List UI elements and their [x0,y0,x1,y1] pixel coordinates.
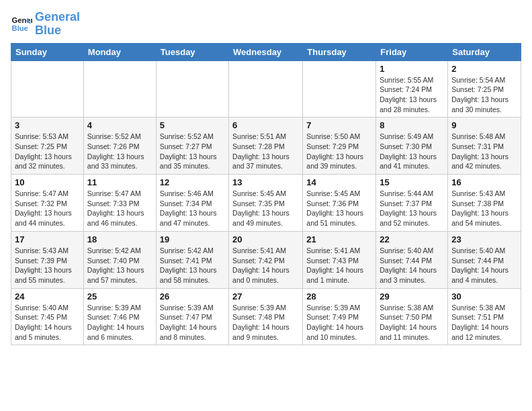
day-number: 4 [87,120,152,130]
day-info: Sunrise: 5:46 AM Sunset: 7:34 PM Dayligh… [160,189,225,228]
day-number: 7 [306,120,372,130]
day-info: Sunrise: 5:39 AM Sunset: 7:47 PM Dayligh… [160,303,225,342]
weekday-header-row: SundayMondayTuesdayWednesdayThursdayFrid… [11,43,521,60]
calendar-cell: 23Sunrise: 5:40 AM Sunset: 7:44 PM Dayli… [448,231,521,288]
day-number: 9 [451,120,517,130]
weekday-header-saturday: Saturday [448,43,521,60]
calendar-cell: 27Sunrise: 5:39 AM Sunset: 7:48 PM Dayli… [229,288,303,345]
day-number: 11 [87,177,152,187]
day-info: Sunrise: 5:48 AM Sunset: 7:31 PM Dayligh… [451,132,517,171]
day-number: 18 [87,234,152,244]
calendar: SundayMondayTuesdayWednesdayThursdayFrid… [11,43,521,346]
week-row-3: 10Sunrise: 5:47 AM Sunset: 7:32 PM Dayli… [11,175,521,232]
calendar-cell: 17Sunrise: 5:43 AM Sunset: 7:39 PM Dayli… [11,231,84,288]
day-info: Sunrise: 5:45 AM Sunset: 7:35 PM Dayligh… [232,189,299,228]
day-number: 25 [87,291,152,302]
calendar-cell: 24Sunrise: 5:40 AM Sunset: 7:45 PM Dayli… [11,288,84,345]
calendar-cell: 2Sunrise: 5:54 AM Sunset: 7:25 PM Daylig… [448,60,521,118]
day-number: 1 [380,64,444,74]
day-number: 21 [306,234,372,244]
day-info: Sunrise: 5:43 AM Sunset: 7:39 PM Dayligh… [15,246,80,285]
day-info: Sunrise: 5:42 AM Sunset: 7:40 PM Dayligh… [87,246,152,285]
calendar-cell [229,60,303,118]
calendar-cell: 18Sunrise: 5:42 AM Sunset: 7:40 PM Dayli… [83,231,156,288]
calendar-cell: 5Sunrise: 5:52 AM Sunset: 7:27 PM Daylig… [156,118,228,175]
day-number: 6 [232,120,299,130]
day-number: 13 [232,177,299,187]
day-info: Sunrise: 5:52 AM Sunset: 7:26 PM Dayligh… [87,132,152,171]
calendar-cell: 9Sunrise: 5:48 AM Sunset: 7:31 PM Daylig… [448,118,521,175]
day-number: 30 [451,291,517,302]
calendar-cell: 25Sunrise: 5:39 AM Sunset: 7:46 PM Dayli… [83,288,156,345]
day-number: 2 [451,64,517,74]
day-number: 10 [15,177,80,187]
day-number: 29 [380,291,444,302]
day-info: Sunrise: 5:50 AM Sunset: 7:29 PM Dayligh… [306,132,372,171]
svg-text:General: General [12,16,32,24]
logo: General Blue GeneralBlue [11,11,80,38]
calendar-cell: 14Sunrise: 5:45 AM Sunset: 7:36 PM Dayli… [303,175,376,232]
calendar-cell: 20Sunrise: 5:41 AM Sunset: 7:42 PM Dayli… [229,231,303,288]
calendar-cell: 28Sunrise: 5:39 AM Sunset: 7:49 PM Dayli… [303,288,376,345]
day-info: Sunrise: 5:39 AM Sunset: 7:46 PM Dayligh… [87,303,152,342]
day-info: Sunrise: 5:45 AM Sunset: 7:36 PM Dayligh… [306,189,372,228]
weekday-header-monday: Monday [83,43,156,60]
day-info: Sunrise: 5:52 AM Sunset: 7:27 PM Dayligh… [160,132,225,171]
calendar-cell: 3Sunrise: 5:53 AM Sunset: 7:25 PM Daylig… [11,118,84,175]
calendar-cell: 15Sunrise: 5:44 AM Sunset: 7:37 PM Dayli… [376,175,448,232]
calendar-cell: 21Sunrise: 5:41 AM Sunset: 7:43 PM Dayli… [303,231,376,288]
day-info: Sunrise: 5:47 AM Sunset: 7:32 PM Dayligh… [15,189,80,228]
day-number: 26 [160,291,225,302]
week-row-2: 3Sunrise: 5:53 AM Sunset: 7:25 PM Daylig… [11,118,521,175]
day-info: Sunrise: 5:40 AM Sunset: 7:44 PM Dayligh… [451,246,517,285]
day-info: Sunrise: 5:39 AM Sunset: 7:48 PM Dayligh… [232,303,299,342]
calendar-cell: 12Sunrise: 5:46 AM Sunset: 7:34 PM Dayli… [156,175,228,232]
day-info: Sunrise: 5:41 AM Sunset: 7:43 PM Dayligh… [306,246,372,285]
day-info: Sunrise: 5:44 AM Sunset: 7:37 PM Dayligh… [380,189,444,228]
day-number: 3 [15,120,80,130]
calendar-cell: 30Sunrise: 5:38 AM Sunset: 7:51 PM Dayli… [448,288,521,345]
day-number: 15 [380,177,444,187]
day-number: 14 [306,177,372,187]
calendar-cell: 7Sunrise: 5:50 AM Sunset: 7:29 PM Daylig… [303,118,376,175]
day-info: Sunrise: 5:40 AM Sunset: 7:45 PM Dayligh… [15,303,80,342]
calendar-cell: 19Sunrise: 5:42 AM Sunset: 7:41 PM Dayli… [156,231,228,288]
day-number: 22 [380,234,444,244]
weekday-header-thursday: Thursday [303,43,376,60]
page-header: General Blue GeneralBlue [11,11,521,38]
day-number: 19 [160,234,225,244]
day-info: Sunrise: 5:38 AM Sunset: 7:51 PM Dayligh… [451,303,517,342]
day-number: 20 [232,234,299,244]
calendar-cell: 26Sunrise: 5:39 AM Sunset: 7:47 PM Dayli… [156,288,228,345]
day-number: 12 [160,177,225,187]
day-info: Sunrise: 5:55 AM Sunset: 7:24 PM Dayligh… [380,75,444,115]
day-info: Sunrise: 5:53 AM Sunset: 7:25 PM Dayligh… [15,132,80,171]
calendar-cell [156,60,228,118]
logo-icon: General Blue [11,13,32,35]
calendar-cell: 29Sunrise: 5:38 AM Sunset: 7:50 PM Dayli… [376,288,448,345]
weekday-header-friday: Friday [376,43,448,60]
calendar-cell: 10Sunrise: 5:47 AM Sunset: 7:32 PM Dayli… [11,175,84,232]
calendar-cell [11,60,84,118]
day-number: 5 [160,120,225,130]
calendar-cell [303,60,376,118]
day-number: 27 [232,291,299,302]
calendar-cell: 4Sunrise: 5:52 AM Sunset: 7:26 PM Daylig… [83,118,156,175]
day-info: Sunrise: 5:42 AM Sunset: 7:41 PM Dayligh… [160,246,225,285]
day-info: Sunrise: 5:47 AM Sunset: 7:33 PM Dayligh… [87,189,152,228]
calendar-cell: 16Sunrise: 5:43 AM Sunset: 7:38 PM Dayli… [448,175,521,232]
week-row-4: 17Sunrise: 5:43 AM Sunset: 7:39 PM Dayli… [11,231,521,288]
day-info: Sunrise: 5:40 AM Sunset: 7:44 PM Dayligh… [380,246,444,285]
day-info: Sunrise: 5:54 AM Sunset: 7:25 PM Dayligh… [451,75,517,115]
day-number: 28 [306,291,372,302]
day-info: Sunrise: 5:49 AM Sunset: 7:30 PM Dayligh… [380,132,444,171]
day-info: Sunrise: 5:43 AM Sunset: 7:38 PM Dayligh… [451,189,517,228]
calendar-cell [83,60,156,118]
week-row-1: 1Sunrise: 5:55 AM Sunset: 7:24 PM Daylig… [11,60,521,118]
day-info: Sunrise: 5:38 AM Sunset: 7:50 PM Dayligh… [380,303,444,342]
weekday-header-wednesday: Wednesday [229,43,303,60]
day-number: 24 [15,291,80,302]
calendar-cell: 11Sunrise: 5:47 AM Sunset: 7:33 PM Dayli… [83,175,156,232]
calendar-cell: 1Sunrise: 5:55 AM Sunset: 7:24 PM Daylig… [376,60,448,118]
calendar-cell: 13Sunrise: 5:45 AM Sunset: 7:35 PM Dayli… [229,175,303,232]
